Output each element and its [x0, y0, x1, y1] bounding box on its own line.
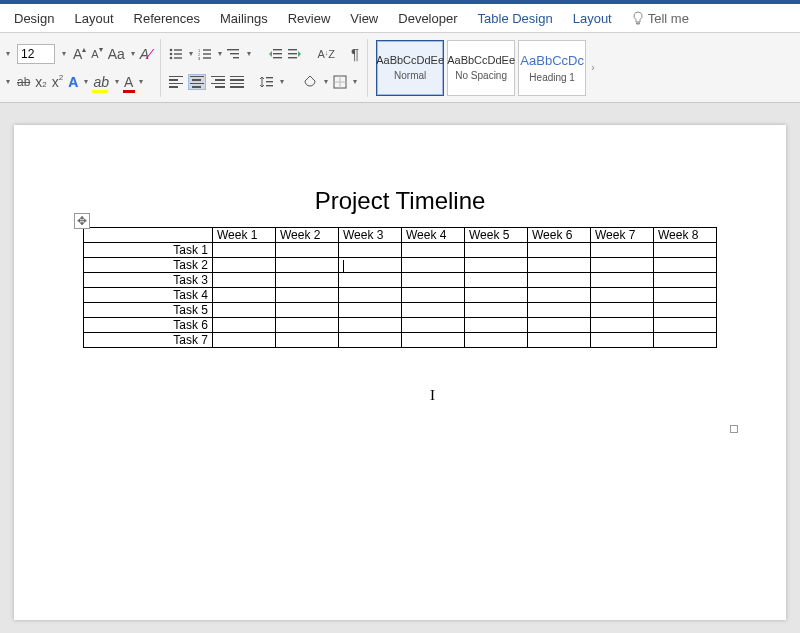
- table-cell[interactable]: [654, 243, 717, 258]
- document-title[interactable]: Project Timeline: [14, 125, 786, 215]
- chevron-down-icon[interactable]: ▾: [115, 77, 119, 86]
- table-cell[interactable]: [339, 243, 402, 258]
- table-cell[interactable]: [339, 333, 402, 348]
- table-cell[interactable]: [654, 303, 717, 318]
- align-left-button[interactable]: [169, 76, 183, 88]
- column-header[interactable]: Week 2: [276, 228, 339, 243]
- numbering-button[interactable]: 123: [198, 44, 212, 64]
- column-header[interactable]: Week 3: [339, 228, 402, 243]
- table-cell[interactable]: [402, 288, 465, 303]
- table-row[interactable]: Task 2: [84, 258, 717, 273]
- column-header[interactable]: Week 7: [591, 228, 654, 243]
- sort-button[interactable]: A↓Z: [318, 44, 336, 64]
- table-cell[interactable]: [465, 258, 528, 273]
- table-cell[interactable]: [276, 303, 339, 318]
- subscript-button[interactable]: x2: [35, 72, 46, 92]
- table-cell[interactable]: [213, 258, 276, 273]
- font-size-chevron-icon[interactable]: ▾: [60, 49, 68, 58]
- table-cell[interactable]: [591, 258, 654, 273]
- bullets-button[interactable]: [169, 44, 183, 64]
- table-cell[interactable]: [591, 318, 654, 333]
- table-cell[interactable]: [654, 333, 717, 348]
- table-cell[interactable]: [276, 333, 339, 348]
- table-cell[interactable]: [339, 258, 402, 273]
- table-cell[interactable]: [213, 333, 276, 348]
- tab-references[interactable]: References: [124, 4, 210, 32]
- table-cell[interactable]: [84, 228, 213, 243]
- table-cell[interactable]: [276, 258, 339, 273]
- chevron-down-icon[interactable]: ▾: [139, 77, 143, 86]
- font-name-chevron-icon[interactable]: ▾: [4, 49, 12, 58]
- table-cell[interactable]: [465, 333, 528, 348]
- table-cell[interactable]: [528, 288, 591, 303]
- table-row[interactable]: Task 6: [84, 318, 717, 333]
- table-cell[interactable]: [465, 273, 528, 288]
- table-cell[interactable]: [465, 288, 528, 303]
- row-header[interactable]: Task 6: [84, 318, 213, 333]
- style-normal[interactable]: AaBbCcDdEe Normal: [376, 40, 444, 96]
- table-cell[interactable]: [402, 333, 465, 348]
- table-cell[interactable]: [465, 303, 528, 318]
- table-cell[interactable]: [528, 333, 591, 348]
- table-cell[interactable]: [591, 333, 654, 348]
- table-cell[interactable]: [591, 303, 654, 318]
- table-row[interactable]: Task 3: [84, 273, 717, 288]
- table-cell[interactable]: [402, 243, 465, 258]
- line-spacing-button[interactable]: [260, 72, 274, 92]
- chevron-down-icon[interactable]: ▾: [353, 77, 357, 86]
- style-no-spacing[interactable]: AaBbCcDdEe No Spacing: [447, 40, 515, 96]
- table-cell[interactable]: [402, 303, 465, 318]
- row-header[interactable]: Task 4: [84, 288, 213, 303]
- chevron-down-icon[interactable]: ▾: [247, 49, 251, 58]
- align-right-button[interactable]: [211, 76, 225, 88]
- table-cell[interactable]: [528, 318, 591, 333]
- tab-developer[interactable]: Developer: [388, 4, 467, 32]
- table-cell[interactable]: [213, 303, 276, 318]
- font-color-button[interactable]: A: [124, 72, 133, 92]
- tab-view[interactable]: View: [340, 4, 388, 32]
- row-header[interactable]: Task 2: [84, 258, 213, 273]
- shading-button[interactable]: [304, 72, 318, 92]
- table-cell[interactable]: [465, 318, 528, 333]
- table-cell[interactable]: [528, 273, 591, 288]
- column-header[interactable]: Week 4: [402, 228, 465, 243]
- table-cell[interactable]: [654, 318, 717, 333]
- table-cell[interactable]: [276, 243, 339, 258]
- table-cell[interactable]: [213, 288, 276, 303]
- table-row[interactable]: Task 4: [84, 288, 717, 303]
- clear-format-button[interactable]: A∕: [140, 44, 152, 64]
- chevron-down-icon[interactable]: ▾: [84, 77, 88, 86]
- justify-button[interactable]: [230, 76, 244, 88]
- table-row[interactable]: Task 1: [84, 243, 717, 258]
- table-cell[interactable]: [213, 273, 276, 288]
- table-cell[interactable]: [213, 243, 276, 258]
- timeline-table[interactable]: Week 1 Week 2 Week 3 Week 4 Week 5 Week …: [83, 227, 717, 348]
- table-cell[interactable]: [339, 303, 402, 318]
- align-center-button[interactable]: [188, 74, 206, 90]
- chevron-down-icon[interactable]: ▾: [131, 49, 135, 58]
- shrink-font-button[interactable]: A▾: [91, 44, 102, 64]
- table-resize-handle[interactable]: [730, 425, 738, 433]
- borders-button[interactable]: [333, 72, 347, 92]
- table-cell[interactable]: [591, 288, 654, 303]
- row-header[interactable]: Task 1: [84, 243, 213, 258]
- table-cell[interactable]: [654, 273, 717, 288]
- table-cell[interactable]: [528, 303, 591, 318]
- table-cell[interactable]: [591, 273, 654, 288]
- row-header[interactable]: Task 3: [84, 273, 213, 288]
- table-cell[interactable]: [213, 318, 276, 333]
- highlight-button[interactable]: ab: [93, 72, 109, 92]
- table-row[interactable]: Task 5: [84, 303, 717, 318]
- document-page[interactable]: Project Timeline ✥ Week 1 Week 2 Week 3 …: [14, 125, 786, 620]
- table-cell[interactable]: [276, 318, 339, 333]
- table-cell[interactable]: [528, 243, 591, 258]
- table-row[interactable]: Task 7: [84, 333, 717, 348]
- tab-review[interactable]: Review: [278, 4, 341, 32]
- table-cell[interactable]: [654, 258, 717, 273]
- table-cell[interactable]: [402, 273, 465, 288]
- table-cell[interactable]: [654, 288, 717, 303]
- styles-more-icon[interactable]: ›: [591, 62, 594, 73]
- table-move-handle[interactable]: ✥: [74, 213, 90, 229]
- superscript-button[interactable]: x2: [52, 72, 63, 92]
- chevron-down-icon[interactable]: ▾: [280, 77, 284, 86]
